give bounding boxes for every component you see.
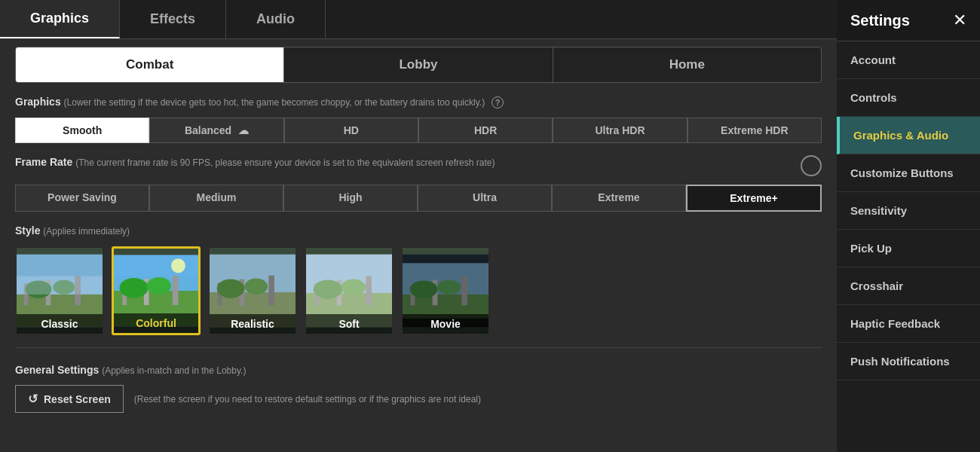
section-divider — [15, 347, 822, 348]
reset-screen-button[interactable]: ↺ Reset Screen — [15, 385, 124, 413]
sidebar-item-customize-buttons[interactable]: Customize Buttons — [837, 154, 980, 192]
style-card-movie[interactable]: Movie — [401, 246, 490, 335]
svg-rect-39 — [403, 254, 488, 263]
svg-point-38 — [437, 279, 461, 294]
top-tabs: Graphics Effects Audio — [0, 0, 837, 39]
svg-rect-15 — [114, 255, 198, 276]
help-icon: ? — [492, 96, 504, 108]
style-card-realistic-label: Realistic — [210, 314, 296, 334]
style-section: Style (Applies immediately) — [15, 224, 822, 335]
sidebar-item-haptic[interactable]: Haptic Feedback — [837, 305, 980, 343]
close-button[interactable]: ✕ — [953, 11, 966, 30]
framerate-label-row: Frame Rate (The current frame rate is 90… — [15, 155, 822, 178]
style-label: Style (Applies immediately) — [15, 224, 822, 239]
framerate-opt-high[interactable]: High — [283, 185, 418, 212]
svg-point-23 — [244, 278, 268, 294]
style-card-soft[interactable]: Soft — [305, 246, 394, 335]
subtab-lobby[interactable]: Lobby — [284, 47, 553, 82]
framerate-opt-medium[interactable]: Medium — [149, 185, 283, 212]
general-settings: General Settings (Applies in-match and i… — [15, 357, 822, 414]
svg-rect-12 — [173, 275, 179, 305]
svg-rect-36 — [461, 276, 467, 305]
tab-effects[interactable]: Effects — [120, 0, 226, 38]
subtab-home[interactable]: Home — [553, 47, 821, 82]
style-card-movie-label: Movie — [403, 314, 488, 334]
framerate-label: Frame Rate (The current frame rate is 90… — [15, 155, 495, 170]
graphics-opt-hdr[interactable]: HDR — [418, 118, 553, 143]
svg-point-14 — [147, 277, 171, 295]
framerate-circle-icon[interactable] — [801, 155, 822, 176]
sidebar-header: Settings ✕ — [837, 0, 980, 41]
graphics-label: Graphics (Lower the setting if the devic… — [15, 95, 822, 110]
framerate-section: Frame Rate (The current frame rate is 90… — [15, 155, 822, 212]
graphics-opt-extreme-hdr[interactable]: Extreme HDR — [688, 118, 822, 143]
sidebar-item-controls[interactable]: Controls — [837, 79, 980, 117]
style-card-classic[interactable]: Classic — [15, 246, 104, 335]
sidebar-item-push-notifications[interactable]: Push Notifications — [837, 343, 980, 380]
tab-audio[interactable]: Audio — [226, 0, 326, 38]
content-area: Combat Lobby Home Graphics (Lower the se… — [0, 39, 837, 452]
sidebar-item-crosshair[interactable]: Crosshair — [837, 267, 980, 305]
subtab-combat[interactable]: Combat — [16, 47, 284, 82]
style-cards: Classic — [15, 246, 822, 335]
svg-rect-7 — [17, 276, 103, 294]
graphics-opt-ultra-hdr[interactable]: Ultra HDR — [553, 118, 687, 143]
svg-rect-21 — [268, 275, 274, 305]
svg-point-22 — [217, 279, 245, 298]
framerate-options: Power Saving Medium High Ultra Extreme E… — [15, 185, 822, 212]
sidebar-item-pickup[interactable]: Pick Up — [837, 230, 980, 267]
svg-point-37 — [410, 280, 438, 298]
general-settings-label: General Settings (Applies in-match and i… — [15, 363, 822, 378]
sidebar-item-account[interactable]: Account — [837, 41, 980, 79]
framerate-opt-power[interactable]: Power Saving — [15, 185, 149, 212]
main-panel: Graphics Effects Audio Combat Lobby Home… — [0, 0, 837, 452]
graphics-options: Smooth Balanced ☁ HD HDR Ultra HDR Extre… — [15, 118, 822, 143]
graphics-opt-balanced[interactable]: Balanced ☁ — [149, 118, 283, 143]
framerate-opt-extreme[interactable]: Extreme — [552, 185, 686, 212]
style-card-colorful-label: Colorful — [114, 313, 198, 333]
reset-hint: (Reset the screen if you need to restore… — [134, 394, 481, 405]
svg-point-16 — [171, 258, 185, 273]
sub-tabs: Combat Lobby Home — [15, 47, 822, 83]
reset-icon: ↺ — [28, 392, 38, 406]
framerate-opt-extreme-plus[interactable]: Extreme+ — [686, 185, 822, 212]
graphics-opt-smooth[interactable]: Smooth — [15, 118, 149, 143]
graphics-opt-hd[interactable]: HD — [284, 118, 418, 143]
style-card-colorful[interactable]: Colorful — [112, 246, 201, 335]
style-card-soft-label: Soft — [306, 314, 392, 334]
sidebar-item-sensitivity[interactable]: Sensitivity — [837, 192, 980, 230]
style-card-classic-label: Classic — [17, 314, 103, 334]
settings-title: Settings — [850, 12, 910, 29]
sidebar: Settings ✕ Account Controls Graphics & A… — [837, 0, 980, 452]
svg-point-13 — [120, 278, 149, 298]
tab-graphics[interactable]: Graphics — [0, 0, 120, 38]
sidebar-item-graphics-audio[interactable]: Graphics & Audio — [837, 117, 980, 154]
framerate-opt-ultra[interactable]: Ultra — [418, 185, 552, 212]
style-card-realistic[interactable]: Realistic — [208, 246, 297, 335]
